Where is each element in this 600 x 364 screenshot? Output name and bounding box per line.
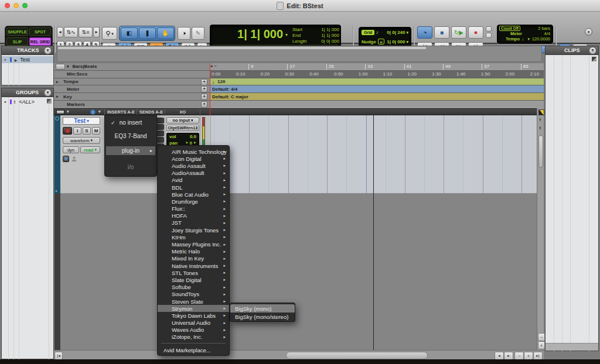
plugin-vendor-item[interactable]: Mixed In Key xyxy=(158,255,229,262)
spot-mode-button[interactable]: SPOT xyxy=(29,28,51,36)
plugin-vendor-item[interactable]: SoundToys xyxy=(158,291,229,298)
scroll-left-button[interactable]: ◂ xyxy=(495,352,504,360)
scroll-right-button[interactable]: ▸ xyxy=(504,352,513,360)
meter-label[interactable]: Meter xyxy=(510,31,522,36)
track-list-name[interactable]: Test xyxy=(20,57,30,63)
ruler-view-dropdown-icon[interactable] xyxy=(66,64,69,69)
timeline-selection-end-icon[interactable]: ⌐ xyxy=(214,64,217,68)
shuffle-mode-button[interactable]: SHUFFLE xyxy=(6,28,28,36)
vertical-scrollbar-thumb[interactable] xyxy=(538,135,543,168)
quarter-note-icon[interactable]: ♩ xyxy=(522,36,530,42)
track-expand-arrow-icon[interactable]: ▸ xyxy=(56,188,57,193)
end-value[interactable]: 1| 1| 000 xyxy=(321,33,339,39)
count-off-toggle[interactable]: Count Off xyxy=(499,26,520,31)
plugin-vendor-item[interactable]: Tokyo Dawn Labs xyxy=(158,312,229,319)
zoom-vertical-out-button[interactable]: − xyxy=(538,333,545,341)
tracks-menu-icon[interactable]: ▾ xyxy=(44,47,52,54)
nudge-label[interactable]: Nudge xyxy=(362,39,376,44)
plugin-vendor-item[interactable]: Audio Assault xyxy=(158,162,229,169)
ruler-markers[interactable]: Markers + xyxy=(54,101,544,108)
grid-value-toggle[interactable]: Grid xyxy=(362,30,374,35)
tempo-ruler-area[interactable]: ♩120 xyxy=(210,78,544,85)
zoom-out-icon[interactable]: ◂ xyxy=(57,27,63,37)
plugin-vendor-item[interactable]: BDL xyxy=(158,184,229,191)
plugin-vendor-item[interactable]: Flux:: xyxy=(158,205,229,212)
minsec-ruler-area[interactable]: 0:000:100:200:300:400:501:001:101:201:30… xyxy=(210,71,544,78)
plugin-vendor-item[interactable]: HOFA xyxy=(158,212,229,219)
plugin-vendor-item[interactable]: Native Instruments xyxy=(158,262,229,269)
length-value[interactable]: 0| 0| 000 xyxy=(321,39,339,44)
plugin-vendor-item[interactable]: Slate Digital xyxy=(158,276,229,283)
plugin-vendor-item[interactable]: AudioAssault xyxy=(158,170,229,177)
trim-tool-button[interactable]: ◧ xyxy=(121,28,138,39)
plugin-item[interactable]: BigSky (mono) xyxy=(230,304,295,313)
slip-mode-button[interactable]: SLIP xyxy=(6,37,28,46)
markers-ruler-area[interactable] xyxy=(210,101,544,108)
plugin-vendor-item[interactable]: Avid xyxy=(158,177,229,184)
io-column-header[interactable]: I/O xyxy=(165,109,200,115)
tempo-ruler-label[interactable]: Tempo xyxy=(63,79,79,84)
track-name-box[interactable]: Test xyxy=(63,117,100,125)
stop-button[interactable]: ■ xyxy=(434,26,449,39)
key-event[interactable]: Default: C major xyxy=(210,93,544,100)
sends-column-header[interactable]: SENDS A-E xyxy=(137,109,165,115)
playhead-line[interactable] xyxy=(210,63,210,115)
nudge-unit-icon[interactable]: ⊞ xyxy=(378,39,384,44)
add-meter-event-button[interactable]: + xyxy=(201,86,207,92)
track-input-selector[interactable]: no input xyxy=(166,117,199,123)
clips-list[interactable] xyxy=(545,55,599,351)
menu-item-no-insert[interactable]: ✓ no insert xyxy=(106,118,155,127)
track-list-row[interactable]: ● ▶ Test xyxy=(2,56,53,63)
bars-ruler-area[interactable]: 917253341495765 ◂ ⌐ xyxy=(210,63,544,70)
track-collapse-strip[interactable]: ▸ xyxy=(54,115,60,194)
plugin-vendor-item[interactable]: Softube xyxy=(158,284,229,291)
ruler-view-icon[interactable] xyxy=(56,64,65,70)
marker-well-icon[interactable] xyxy=(538,109,544,115)
vol-value[interactable]: 0.0 xyxy=(190,134,196,139)
plugin-vendor-item[interactable]: Joey Sturgis Tones xyxy=(158,226,229,233)
count-off-value[interactable]: 2 bars xyxy=(538,26,550,31)
track-dyn-button[interactable]: dyn xyxy=(63,146,79,153)
toolbar-menu-icon[interactable]: ▾ xyxy=(585,28,592,36)
plugin-vendor-item[interactable]: AIR Music Technology xyxy=(158,148,229,155)
play-button[interactable]: ↻▶ xyxy=(451,26,466,39)
online-button[interactable]: ◔ xyxy=(417,26,432,39)
note-icon[interactable]: ♪ xyxy=(376,29,379,35)
zoom-vertical-in-button[interactable]: + xyxy=(538,341,545,349)
track-mute-button[interactable]: M xyxy=(92,127,100,135)
ruler-min-secs[interactable]: Min:Secs 0:000:100:200:300:400:501:001:1… xyxy=(54,71,544,78)
midi-zoom-icon[interactable]: ⇅≡ xyxy=(79,27,93,37)
edit-canvas-empty[interactable] xyxy=(60,194,537,350)
universe-visible-range[interactable] xyxy=(58,47,426,49)
tempo-expand-icon[interactable]: ▸ xyxy=(56,80,60,84)
inserts-column-header[interactable]: INSERTS A-E xyxy=(104,109,137,115)
track-solo-button[interactable]: S xyxy=(83,127,91,135)
groups-menu-icon[interactable]: ▾ xyxy=(44,89,52,97)
plugin-vendor-item[interactable]: Metric Halo xyxy=(158,248,229,255)
plugin-vendor-item[interactable]: Drumforge xyxy=(158,198,229,205)
grabber-tool-button[interactable]: ✋ xyxy=(157,28,174,39)
plugin-vendor-item[interactable]: KIHm xyxy=(158,233,229,241)
track-view-selector[interactable]: waveform xyxy=(63,137,100,144)
plugin-vendor-item[interactable]: STL Tones xyxy=(158,269,229,276)
add-key-event-button[interactable]: + xyxy=(201,94,207,100)
scroll-home-button[interactable]: |◂ xyxy=(54,352,63,360)
counter-dropdown-icon[interactable]: ▾ xyxy=(285,32,288,37)
plugin-vendor-item[interactable]: Strymon xyxy=(158,305,229,312)
ruler-bars-beats[interactable]: Bars|Beats 917253341495765 ◂ ⌐ xyxy=(54,63,544,71)
scrubber-tool-button[interactable]: 🕨 xyxy=(178,27,190,40)
track-show-dot-icon[interactable]: ● xyxy=(4,58,6,61)
meter-ruler-area[interactable]: Default: 4/4 xyxy=(210,85,544,92)
timeline-selection-start-icon[interactable]: ◂ xyxy=(210,64,213,68)
plugin-vendor-item[interactable]: Steven Slate xyxy=(158,298,229,305)
track-input-monitor-button[interactable]: I xyxy=(73,127,81,135)
horizontal-scrollbar-thumb[interactable] xyxy=(286,352,428,359)
grid-mode-button[interactable]: REL GRID xyxy=(29,37,51,46)
add-tempo-event-button[interactable]: + xyxy=(201,79,207,85)
plugin-item[interactable]: BigSky (mono/stereo) xyxy=(230,313,295,321)
transport-expand-bottom-button[interactable] xyxy=(486,33,492,38)
universe-view[interactable] xyxy=(57,46,542,62)
zoom-horizontal-out-button[interactable]: − xyxy=(514,352,524,360)
track-record-enable-button[interactable] xyxy=(63,127,72,135)
markers-ruler-label[interactable]: Markers xyxy=(67,102,85,107)
